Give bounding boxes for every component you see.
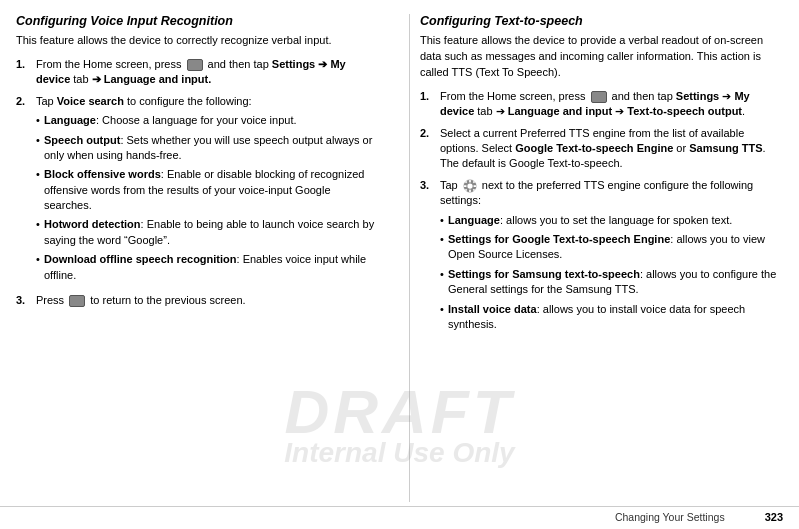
svg-rect-5: [473, 185, 476, 187]
left-bullet-download: Download offline speech recognition: Ena…: [36, 252, 379, 283]
left-step-2-voicesearch: Voice search: [57, 95, 124, 107]
left-step-1-settings: Settings: [272, 58, 315, 70]
right-section-title: Configuring Text-to-speech: [420, 14, 783, 28]
arrow2: ➔: [92, 73, 104, 85]
left-bullet-hotword: Hotword detection: Enable to being able …: [36, 217, 379, 248]
right-bullet-language: Language: allows you to set the language…: [440, 213, 783, 228]
right-step-1: 1. From the Home screen, press and then …: [420, 89, 783, 120]
left-step-1-num: 1.: [16, 57, 32, 88]
left-bullet-block-words: Block offensive words: Enable or disable…: [36, 167, 379, 213]
left-step-2: 2. Tap Voice search to configure the fol…: [16, 94, 379, 287]
right-step-1-content: From the Home screen, press and then tap…: [440, 89, 783, 120]
right-intro: This feature allows the device to provid…: [420, 33, 783, 81]
right-step-3-bullets: Language: allows you to set the language…: [440, 213, 783, 333]
right-step-3-content: Tap next to: [440, 178, 783, 337]
left-bullet-speech-output: Speech output: Sets whether you will use…: [36, 133, 379, 164]
right-step-2-content: Select a current Preferred TTS engine fr…: [440, 126, 783, 172]
google-tts-label: Google Text-to-speech Engine: [515, 142, 673, 154]
right-step-3: 3. Tap: [420, 178, 783, 337]
right-bullet-install-voice: Install voice data: allows you to instal…: [440, 302, 783, 333]
footer-label: Changing Your Settings: [615, 511, 725, 523]
svg-point-1: [467, 183, 472, 188]
left-column: Configuring Voice Input Recognition This…: [16, 14, 389, 502]
right-step-3-num: 3.: [420, 178, 436, 337]
content-area: Configuring Voice Input Recognition This…: [0, 0, 799, 502]
left-step-3-content: Press to return to the previous screen.: [36, 293, 379, 308]
gear-icon: [463, 179, 477, 193]
right-steps-list: 1. From the Home screen, press and then …: [420, 89, 783, 336]
left-step-1: 1. From the Home screen, press and then …: [16, 57, 379, 88]
left-step-2-content: Tap Voice search to configure the follow…: [36, 94, 379, 287]
left-step-2-num: 2.: [16, 94, 32, 287]
left-step-2-bullets: Language: Choose a language for your voi…: [36, 113, 379, 283]
page-container: DRAFT Internal Use Only Configuring Voic…: [0, 0, 799, 529]
samsung-tts-label: Samsung TTS: [689, 142, 762, 154]
page-number: 323: [765, 511, 783, 523]
left-step-3-num: 3.: [16, 293, 32, 308]
home-button-icon-left: [187, 59, 203, 71]
back-button-icon: [69, 295, 85, 307]
left-steps-list: 1. From the Home screen, press and then …: [16, 57, 379, 308]
left-step-1-content: From the Home screen, press and then tap…: [36, 57, 379, 88]
right-column: Configuring Text-to-speech This feature …: [409, 14, 783, 502]
svg-rect-3: [469, 189, 471, 192]
footer: Changing Your Settings 323: [0, 506, 799, 529]
right-step-2-num: 2.: [420, 126, 436, 172]
svg-rect-4: [464, 185, 467, 187]
left-bullet-language: Language: Choose a language for your voi…: [36, 113, 379, 128]
left-step-3: 3. Press to return to the previous scree…: [16, 293, 379, 308]
left-step-1-language: Language and input.: [104, 73, 212, 85]
right-step-1-num: 1.: [420, 89, 436, 120]
right-step-2: 2. Select a current Preferred TTS engine…: [420, 126, 783, 172]
arrow1: ➔: [318, 58, 330, 70]
left-section-title: Configuring Voice Input Recognition: [16, 14, 379, 28]
left-intro: This feature allows the device to correc…: [16, 33, 379, 49]
right-bullet-samsung-settings: Settings for Samsung text-to-speech: all…: [440, 267, 783, 298]
right-bullet-google-settings: Settings for Google Text-to-speech Engin…: [440, 232, 783, 263]
home-button-icon-right: [591, 91, 607, 103]
svg-rect-2: [469, 180, 471, 183]
